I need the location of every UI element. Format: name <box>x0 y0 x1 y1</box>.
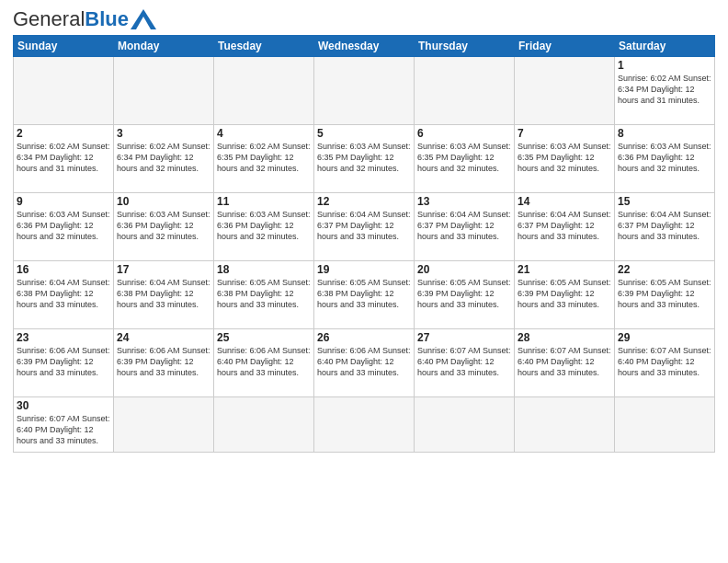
calendar-cell <box>415 397 515 453</box>
page: GeneralBlue SundayMondayTuesdayWednesday… <box>0 0 728 563</box>
day-info: Sunrise: 6:03 AM Sunset: 6:36 PM Dayligh… <box>217 209 311 242</box>
calendar-cell: 27Sunrise: 6:07 AM Sunset: 6:40 PM Dayli… <box>415 329 515 397</box>
calendar-week-row: 9Sunrise: 6:03 AM Sunset: 6:36 PM Daylig… <box>14 193 715 261</box>
calendar-header-thursday: Thursday <box>415 36 515 57</box>
day-info: Sunrise: 6:03 AM Sunset: 6:35 PM Dayligh… <box>417 141 511 174</box>
day-number: 30 <box>17 399 110 412</box>
calendar-cell: 8Sunrise: 6:03 AM Sunset: 6:36 PM Daylig… <box>615 125 715 193</box>
calendar-cell: 28Sunrise: 6:07 AM Sunset: 6:40 PM Dayli… <box>515 329 615 397</box>
calendar-header-tuesday: Tuesday <box>214 36 314 57</box>
day-info: Sunrise: 6:03 AM Sunset: 6:36 PM Dayligh… <box>618 141 711 174</box>
calendar-cell: 14Sunrise: 6:04 AM Sunset: 6:37 PM Dayli… <box>515 193 615 261</box>
calendar-header-wednesday: Wednesday <box>314 36 415 57</box>
calendar-cell <box>615 397 715 453</box>
day-info: Sunrise: 6:03 AM Sunset: 6:35 PM Dayligh… <box>317 141 411 174</box>
calendar-cell: 26Sunrise: 6:06 AM Sunset: 6:40 PM Dayli… <box>314 329 415 397</box>
calendar: SundayMondayTuesdayWednesdayThursdayFrid… <box>13 35 715 453</box>
calendar-cell <box>515 397 615 453</box>
calendar-header-sunday: Sunday <box>14 36 114 57</box>
day-info: Sunrise: 6:02 AM Sunset: 6:34 PM Dayligh… <box>117 141 210 174</box>
calendar-week-row: 23Sunrise: 6:06 AM Sunset: 6:39 PM Dayli… <box>14 329 715 397</box>
calendar-cell <box>114 57 214 125</box>
day-number: 19 <box>317 263 411 276</box>
day-info: Sunrise: 6:02 AM Sunset: 6:34 PM Dayligh… <box>17 141 110 174</box>
day-info: Sunrise: 6:03 AM Sunset: 6:36 PM Dayligh… <box>17 209 110 242</box>
day-number: 13 <box>417 195 511 208</box>
day-number: 11 <box>217 195 311 208</box>
calendar-cell: 1Sunrise: 6:02 AM Sunset: 6:34 PM Daylig… <box>615 57 715 125</box>
calendar-cell: 29Sunrise: 6:07 AM Sunset: 6:40 PM Dayli… <box>615 329 715 397</box>
calendar-cell <box>314 57 415 125</box>
day-info: Sunrise: 6:06 AM Sunset: 6:39 PM Dayligh… <box>17 345 110 378</box>
calendar-cell <box>14 57 114 125</box>
calendar-cell: 11Sunrise: 6:03 AM Sunset: 6:36 PM Dayli… <box>214 193 314 261</box>
day-number: 16 <box>17 263 110 276</box>
calendar-cell: 22Sunrise: 6:05 AM Sunset: 6:39 PM Dayli… <box>615 261 715 329</box>
calendar-cell <box>214 57 314 125</box>
day-info: Sunrise: 6:06 AM Sunset: 6:40 PM Dayligh… <box>317 345 411 378</box>
day-info: Sunrise: 6:07 AM Sunset: 6:40 PM Dayligh… <box>417 345 511 378</box>
day-number: 23 <box>17 331 110 344</box>
day-number: 20 <box>417 263 511 276</box>
calendar-cell: 6Sunrise: 6:03 AM Sunset: 6:35 PM Daylig… <box>415 125 515 193</box>
logo: GeneralBlue <box>13 9 156 29</box>
day-number: 12 <box>317 195 411 208</box>
day-number: 29 <box>618 331 711 344</box>
calendar-cell <box>114 397 214 453</box>
calendar-cell: 24Sunrise: 6:06 AM Sunset: 6:39 PM Dayli… <box>114 329 214 397</box>
calendar-cell <box>415 57 515 125</box>
calendar-cell: 5Sunrise: 6:03 AM Sunset: 6:35 PM Daylig… <box>314 125 415 193</box>
calendar-cell <box>314 397 415 453</box>
day-info: Sunrise: 6:07 AM Sunset: 6:40 PM Dayligh… <box>17 413 110 446</box>
calendar-cell: 25Sunrise: 6:06 AM Sunset: 6:40 PM Dayli… <box>214 329 314 397</box>
day-number: 3 <box>117 127 210 140</box>
day-number: 17 <box>117 263 210 276</box>
day-info: Sunrise: 6:04 AM Sunset: 6:37 PM Dayligh… <box>317 209 411 242</box>
day-info: Sunrise: 6:05 AM Sunset: 6:39 PM Dayligh… <box>417 277 511 310</box>
day-number: 24 <box>117 331 210 344</box>
calendar-cell: 17Sunrise: 6:04 AM Sunset: 6:38 PM Dayli… <box>114 261 214 329</box>
day-info: Sunrise: 6:04 AM Sunset: 6:37 PM Dayligh… <box>618 209 711 242</box>
calendar-header-row: SundayMondayTuesdayWednesdayThursdayFrid… <box>14 36 715 57</box>
day-info: Sunrise: 6:06 AM Sunset: 6:39 PM Dayligh… <box>117 345 210 378</box>
day-number: 26 <box>317 331 411 344</box>
day-info: Sunrise: 6:07 AM Sunset: 6:40 PM Dayligh… <box>518 345 611 378</box>
calendar-cell: 23Sunrise: 6:06 AM Sunset: 6:39 PM Dayli… <box>14 329 114 397</box>
logo-blue-text: Blue <box>85 7 129 30</box>
day-info: Sunrise: 6:04 AM Sunset: 6:38 PM Dayligh… <box>17 277 110 310</box>
calendar-cell <box>214 397 314 453</box>
calendar-cell: 2Sunrise: 6:02 AM Sunset: 6:34 PM Daylig… <box>14 125 114 193</box>
day-info: Sunrise: 6:02 AM Sunset: 6:34 PM Dayligh… <box>618 73 711 106</box>
day-info: Sunrise: 6:05 AM Sunset: 6:39 PM Dayligh… <box>518 277 611 310</box>
calendar-cell: 4Sunrise: 6:02 AM Sunset: 6:35 PM Daylig… <box>214 125 314 193</box>
calendar-week-row: 30Sunrise: 6:07 AM Sunset: 6:40 PM Dayli… <box>14 397 715 453</box>
calendar-header-monday: Monday <box>114 36 214 57</box>
calendar-week-row: 2Sunrise: 6:02 AM Sunset: 6:34 PM Daylig… <box>14 125 715 193</box>
day-number: 22 <box>618 263 711 276</box>
day-info: Sunrise: 6:03 AM Sunset: 6:35 PM Dayligh… <box>518 141 611 174</box>
day-number: 6 <box>417 127 511 140</box>
calendar-cell <box>515 57 615 125</box>
logo-icon <box>131 9 156 29</box>
day-number: 9 <box>17 195 110 208</box>
calendar-cell: 30Sunrise: 6:07 AM Sunset: 6:40 PM Dayli… <box>14 397 114 453</box>
day-number: 1 <box>618 59 711 72</box>
day-number: 15 <box>618 195 711 208</box>
day-number: 2 <box>17 127 110 140</box>
day-info: Sunrise: 6:03 AM Sunset: 6:36 PM Dayligh… <box>117 209 210 242</box>
calendar-cell: 19Sunrise: 6:05 AM Sunset: 6:38 PM Dayli… <box>314 261 415 329</box>
calendar-cell: 16Sunrise: 6:04 AM Sunset: 6:38 PM Dayli… <box>14 261 114 329</box>
day-number: 14 <box>518 195 611 208</box>
calendar-cell: 20Sunrise: 6:05 AM Sunset: 6:39 PM Dayli… <box>415 261 515 329</box>
calendar-cell: 3Sunrise: 6:02 AM Sunset: 6:34 PM Daylig… <box>114 125 214 193</box>
header: GeneralBlue <box>13 9 715 29</box>
calendar-week-row: 1Sunrise: 6:02 AM Sunset: 6:34 PM Daylig… <box>14 57 715 125</box>
calendar-cell: 12Sunrise: 6:04 AM Sunset: 6:37 PM Dayli… <box>314 193 415 261</box>
calendar-cell: 9Sunrise: 6:03 AM Sunset: 6:36 PM Daylig… <box>14 193 114 261</box>
calendar-cell: 21Sunrise: 6:05 AM Sunset: 6:39 PM Dayli… <box>515 261 615 329</box>
day-info: Sunrise: 6:05 AM Sunset: 6:38 PM Dayligh… <box>217 277 311 310</box>
day-info: Sunrise: 6:04 AM Sunset: 6:38 PM Dayligh… <box>117 277 210 310</box>
calendar-week-row: 16Sunrise: 6:04 AM Sunset: 6:38 PM Dayli… <box>14 261 715 329</box>
day-number: 8 <box>618 127 711 140</box>
day-info: Sunrise: 6:05 AM Sunset: 6:39 PM Dayligh… <box>618 277 711 310</box>
